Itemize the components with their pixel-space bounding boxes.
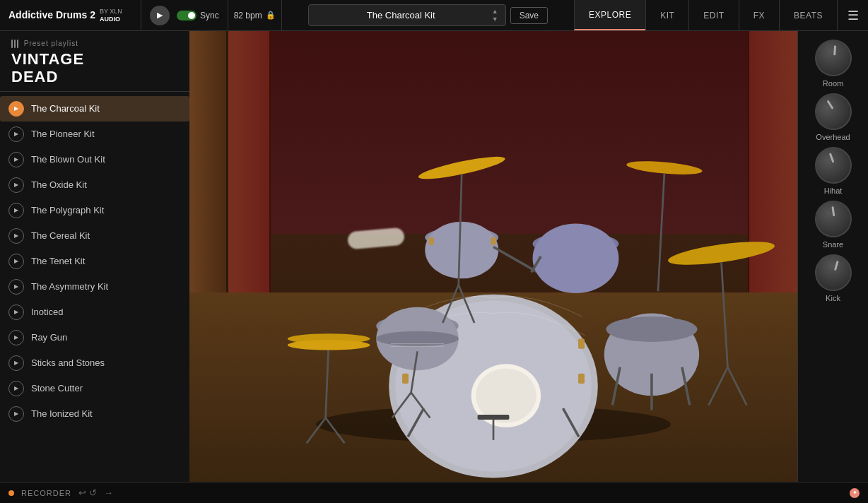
lug3 — [578, 338, 585, 348]
ride-stand — [722, 262, 728, 367]
playlist-item-12[interactable]: ▶ The Ionized Kit — [0, 401, 189, 427]
knob-label-hihat: Hihat — [824, 187, 843, 195]
playlist-item-label-8: Inoticed — [31, 307, 64, 317]
playlist-item-0[interactable]: ▶ The Charcoal Kit — [0, 96, 189, 122]
drum-kit-area — [189, 31, 797, 482]
bottom-bar: RECORDER ↩ ↺ → ✦ — [0, 482, 868, 503]
ride-leg1 — [709, 367, 728, 406]
play-icon-10[interactable]: ▶ — [8, 355, 24, 371]
hihat-rod — [326, 342, 329, 418]
play-button[interactable]: ▶ — [150, 6, 170, 25]
playlist-item-10[interactable]: ▶ Sticks and Stones — [0, 350, 189, 376]
playlist-item-label-3: The Oxide Kit — [31, 179, 87, 190]
playlist-item-label-10: Sticks and Stones — [31, 357, 105, 368]
playlist-item-label-1: The Pioneer Kit — [31, 129, 95, 139]
sidebar: Preset playlist VINTAGE DEAD ▶ The Charc… — [0, 31, 189, 482]
knob-hihat[interactable] — [815, 147, 852, 184]
preset-name: The Charcoal Kit — [316, 10, 486, 20]
knob-group-kick: Kick — [815, 254, 852, 302]
tom2-body — [533, 223, 619, 293]
knob-snare[interactable] — [811, 197, 855, 241]
play-icon-1[interactable]: ▶ — [8, 126, 24, 142]
playlist-item-5[interactable]: ▶ The Cereal Kit — [0, 223, 189, 249]
play-icon-6[interactable]: ▶ — [8, 254, 24, 269]
playlist-item-label-0: The Charcoal Kit — [31, 103, 100, 114]
crash2-stand — [658, 174, 664, 292]
play-icon-0[interactable]: ▶ — [8, 101, 24, 117]
loop-icon[interactable]: ↺ — [89, 487, 97, 498]
tab-edit[interactable]: EDIT — [688, 0, 738, 30]
playlist-item-label-5: The Cereal Kit — [31, 230, 90, 241]
hihat-leg1 — [307, 418, 326, 443]
knob-label-snare: Snare — [823, 240, 843, 249]
sync-switch[interactable] — [177, 11, 197, 20]
playlist-item-4[interactable]: ▶ The Polygraph Kit — [0, 198, 189, 223]
playlist-section-label: Preset playlist — [11, 40, 178, 48]
play-icon-3[interactable]: ▶ — [8, 177, 24, 193]
sync-toggle[interactable]: Sync — [177, 11, 219, 20]
playlist-item-8[interactable]: ▶ Inoticed — [0, 300, 189, 325]
bottom-right: ✦ — [850, 488, 860, 498]
playlist-item-3[interactable]: ▶ The Oxide Kit — [0, 172, 189, 198]
menu-button[interactable]: ☰ — [837, 0, 868, 31]
tab-beats[interactable]: BEATS — [779, 0, 837, 30]
play-icon-5[interactable]: ▶ — [8, 228, 24, 244]
bass-pedal — [478, 415, 510, 420]
playlist-item-2[interactable]: ▶ The Blown Out Kit — [0, 147, 189, 172]
recorder-label: RECORDER — [21, 489, 71, 497]
recorder-dot — [8, 490, 14, 496]
playlist-list: ▶ The Charcoal Kit ▶ The Pioneer Kit ▶ T… — [0, 92, 189, 482]
play-icon-9[interactable]: ▶ — [8, 330, 24, 345]
knob-group-room: Room — [815, 40, 852, 88]
preset-selector[interactable]: The Charcoal Kit ▲ ▼ — [308, 4, 506, 26]
playlist-lines-icon — [11, 40, 18, 48]
playlist-item-label-7: The Asymmetry Kit — [31, 281, 108, 292]
main-content: Preset playlist VINTAGE DEAD ▶ The Charc… — [0, 31, 868, 482]
tab-fx[interactable]: FX — [739, 0, 779, 30]
bpm-area: 82 bpm 🔒 — [228, 0, 282, 30]
transport-area: ▶ Sync — [141, 0, 228, 30]
playlist-item-label-2: The Blown Out Kit — [31, 154, 105, 165]
knob-group-overhead: Overhead — [815, 93, 852, 141]
play-icon-2[interactable]: ▶ — [8, 152, 24, 167]
right-panel: Room Overhead Hihat Snare Kick — [797, 31, 868, 482]
tom1-arm — [493, 247, 538, 273]
knob-label-kick: Kick — [826, 294, 840, 302]
ride-leg2 — [727, 367, 746, 406]
tab-explore[interactable]: EXPLORE — [574, 0, 645, 30]
recorder-controls: ↩ ↺ — [78, 487, 97, 498]
play-icon-11[interactable]: ▶ — [8, 381, 24, 396]
save-button[interactable]: Save — [510, 7, 548, 24]
playlist-item-7[interactable]: ▶ The Asymmetry Kit — [0, 274, 189, 300]
playlist-item-11[interactable]: ▶ Stone Cutter — [0, 376, 189, 401]
company-name: BY XLN AUDIO — [100, 8, 122, 23]
play-icon-7[interactable]: ▶ — [8, 279, 24, 295]
playlist-item-6[interactable]: ▶ The Tenet Kit — [0, 249, 189, 274]
logo-area: Addictive Drums 2 BY XLN AUDIO — [0, 0, 141, 30]
playlist-item-1[interactable]: ▶ The Pioneer Kit — [0, 122, 189, 147]
playlist-item-label-11: Stone Cutter — [31, 383, 83, 393]
sync-label: Sync — [200, 11, 219, 20]
play-icon-12[interactable]: ▶ — [8, 406, 24, 422]
bpm-value: 82 bpm — [234, 11, 262, 20]
playlist-item-label-12: The Ionized Kit — [31, 408, 93, 419]
hihat-bottom — [288, 340, 370, 350]
knob-kick[interactable] — [807, 247, 859, 299]
rewind-icon[interactable]: ↩ — [78, 487, 86, 498]
ad2-badge: ✦ — [850, 488, 860, 498]
knob-label-room: Room — [823, 79, 843, 88]
sidebar-header: Preset playlist VINTAGE DEAD — [0, 31, 189, 92]
play-icon-4[interactable]: ▶ — [8, 203, 24, 218]
knob-overhead[interactable] — [811, 90, 855, 134]
lug2 — [402, 374, 409, 384]
recorder-arrow[interactable]: → — [104, 487, 113, 498]
playlist-item-label-9: Ray Gun — [31, 332, 67, 343]
playlist-item-9[interactable]: ▶ Ray Gun — [0, 325, 189, 350]
playlist-item-label-4: The Polygraph Kit — [31, 205, 104, 215]
knob-room[interactable] — [809, 34, 857, 83]
tab-kit[interactable]: KIT — [645, 0, 688, 30]
tom1-lug1 — [429, 237, 434, 245]
play-icon-8[interactable]: ▶ — [8, 304, 24, 320]
preset-arrows[interactable]: ▲ ▼ — [492, 8, 498, 23]
knob-label-overhead: Overhead — [816, 133, 850, 141]
